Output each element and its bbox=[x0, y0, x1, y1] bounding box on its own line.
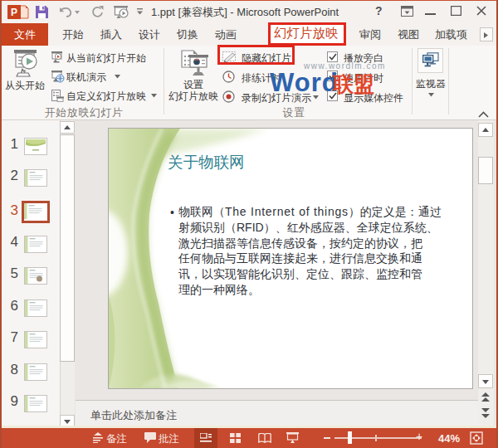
svg-text:P: P bbox=[11, 7, 17, 18]
